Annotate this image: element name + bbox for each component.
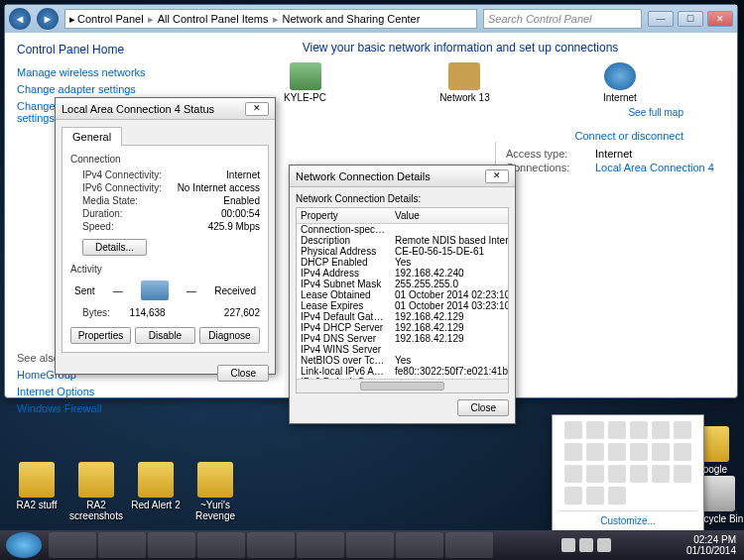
tray-icon[interactable] (652, 443, 670, 461)
search-input[interactable]: Search Control Panel (483, 9, 642, 29)
tray-icon[interactable] (608, 487, 626, 504)
sidebar-link[interactable]: Change adapter settings (17, 83, 172, 95)
customize-link[interactable]: Customize... (558, 510, 697, 526)
details-row[interactable]: IPv4 WINS Server (297, 344, 508, 355)
details-row[interactable]: DescriptionRemote NDIS based Internet Sh… (297, 235, 508, 246)
dialog-titlebar: Local Area Connection 4 Status ✕ (56, 98, 275, 120)
tray-icon[interactable] (630, 465, 648, 483)
taskbar-item[interactable] (297, 532, 344, 558)
desktop-icon[interactable]: ~Yuri's Revenge (186, 462, 244, 521)
close-button[interactable]: ✕ (707, 11, 733, 27)
connection-status-dialog: Local Area Connection 4 Status ✕ General… (55, 97, 276, 375)
details-row[interactable]: Lease Obtained01 October 2014 02:23:10 P… (297, 289, 508, 300)
tray-icon[interactable] (579, 538, 593, 552)
titlebar: ◄ ► ▸ Control Panel▸ All Control Panel I… (5, 5, 737, 33)
close-icon[interactable]: ✕ (485, 169, 509, 183)
page-heading: View your basic network information and … (197, 41, 723, 55)
close-button[interactable]: Close (457, 399, 509, 416)
close-button[interactable]: Close (217, 365, 269, 382)
tray-icon[interactable] (652, 421, 670, 439)
taskbar-item[interactable] (346, 532, 394, 558)
taskbar-item[interactable] (148, 532, 195, 558)
tray-icon[interactable] (674, 443, 691, 461)
see-full-map-link[interactable]: See full map (628, 107, 683, 118)
details-row[interactable]: NetBIOS over Tcpip En...Yes (297, 355, 508, 366)
details-row[interactable]: DHCP EnabledYes (297, 257, 508, 268)
folder-icon (197, 462, 233, 498)
details-row[interactable]: Connection-specific DN... (297, 224, 508, 235)
tray-icon[interactable] (630, 443, 648, 461)
tray-icon[interactable] (564, 421, 582, 439)
tray-icon[interactable] (597, 538, 611, 552)
tray-icon[interactable] (586, 465, 604, 483)
globe-icon (604, 62, 636, 90)
tray-icon[interactable] (561, 538, 575, 552)
taskbar-item[interactable] (98, 532, 146, 558)
details-row[interactable]: IPv4 DHCP Server192.168.42.129 (297, 322, 508, 333)
details-row[interactable]: IPv4 Address192.168.42.240 (297, 268, 508, 279)
sidebar-link[interactable]: Windows Firewall (17, 402, 172, 414)
taskbar-item[interactable] (247, 532, 295, 558)
breadcrumb[interactable]: ▸ Control Panel▸ All Control Panel Items… (64, 9, 477, 29)
maximize-button[interactable]: ☐ (678, 11, 703, 27)
dialog-titlebar: Network Connection Details ✕ (290, 166, 515, 187)
details-row[interactable]: IPv4 Default Gateway192.168.42.129 (297, 311, 508, 322)
folder-icon (78, 462, 114, 498)
tray-icon[interactable] (608, 443, 626, 461)
tray-icon[interactable] (586, 421, 604, 439)
network-icon (448, 62, 480, 90)
details-button[interactable]: Details... (82, 239, 147, 256)
tray-popup: Customize... (552, 414, 704, 533)
folder-icon (699, 476, 735, 511)
taskbar-item[interactable] (445, 532, 493, 558)
clock[interactable]: 02:24 PM 01/10/2014 (679, 534, 744, 556)
sidebar-title: Control Panel Home (17, 43, 172, 56)
taskbar-item[interactable] (49, 532, 96, 558)
minimize-button[interactable]: — (648, 11, 674, 27)
active-network-info: Access type:Internet Connections:Local A… (495, 142, 723, 179)
desktop-icon[interactable]: Red Alert 2 (127, 462, 185, 510)
taskbar-item[interactable] (197, 532, 245, 558)
taskbar: 02:24 PM 01/10/2014 (0, 530, 744, 560)
tray-icon[interactable] (608, 465, 626, 483)
tray-icon[interactable] (586, 443, 604, 461)
activity-icon (141, 280, 169, 300)
forward-button[interactable]: ► (37, 8, 59, 30)
desktop-icon[interactable]: RA2 stuff (8, 462, 65, 510)
folder-icon (19, 462, 55, 498)
details-row[interactable]: IPv4 DNS Server192.168.42.129 (297, 333, 508, 344)
tray-icons-grid (558, 421, 697, 504)
scrollbar[interactable] (297, 379, 508, 392)
taskbar-item[interactable] (396, 532, 443, 558)
connect-disconnect-link[interactable]: Connect or disconnect (575, 130, 683, 142)
network-map: KYLE-PC Network 13 Internet (227, 62, 693, 103)
diagnose-button[interactable]: Diagnose (199, 327, 260, 344)
close-icon[interactable]: ✕ (245, 102, 269, 116)
details-list[interactable]: PropertyValue Connection-specific DN...D… (296, 207, 509, 393)
tray-icon[interactable] (608, 421, 626, 439)
properties-button[interactable]: Properties (70, 327, 131, 344)
tray-icon[interactable] (564, 443, 582, 461)
tab-general[interactable]: General (62, 127, 122, 146)
desktop-icon[interactable]: RA2 screenshots (67, 462, 125, 521)
tray-icon[interactable] (674, 465, 691, 483)
details-row[interactable]: IPv4 Subnet Mask255.255.255.0 (297, 279, 508, 289)
connection-link[interactable]: Local Area Connection 4 (595, 162, 714, 173)
tray-icon[interactable] (564, 487, 582, 504)
tray-icon[interactable] (564, 465, 582, 483)
tray-icon[interactable] (674, 421, 691, 439)
details-row[interactable]: Physical AddressCE-E0-56-15-DE-61 (297, 246, 508, 257)
back-button[interactable]: ◄ (9, 8, 31, 30)
connection-details-dialog: Network Connection Details ✕ Network Con… (289, 165, 516, 424)
pc-icon (290, 62, 321, 90)
tray-icon[interactable] (586, 487, 604, 504)
sidebar-link[interactable]: Manage wireless networks (17, 66, 172, 78)
details-row[interactable]: Link-local IPv6 Addressfe80::3022:50f7:e… (297, 366, 508, 377)
details-row[interactable]: Lease Expires01 October 2014 03:23:10 PM (297, 300, 508, 311)
tray-icon[interactable] (652, 465, 670, 483)
folder-icon (138, 462, 174, 498)
start-button[interactable] (6, 532, 42, 558)
disable-button[interactable]: Disable (135, 327, 195, 344)
tray-icon[interactable] (630, 421, 648, 439)
